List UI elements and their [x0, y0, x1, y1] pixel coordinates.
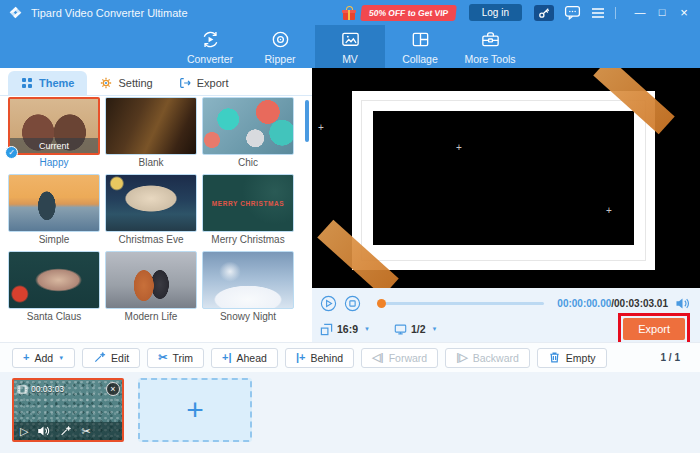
converter-icon — [200, 29, 221, 50]
theme-thumbnail: Current — [8, 97, 100, 155]
play-button[interactable] — [320, 295, 337, 312]
clip-edit-wand-icon[interactable] — [59, 425, 72, 437]
panel-tab-label: Theme — [39, 77, 74, 89]
clip-trim-scissors-icon[interactable]: ✂ — [81, 426, 90, 437]
add-clip-tile[interactable]: + — [138, 378, 252, 442]
panel-tab-label: Setting — [118, 77, 152, 89]
trim-button[interactable]: ✂Trim — [147, 348, 204, 368]
feedback-chat-icon[interactable] — [564, 5, 581, 20]
theme-item-santa-claus[interactable]: Santa Claus — [8, 251, 100, 323]
monitor-icon — [394, 323, 407, 336]
edit-button[interactable]: Edit — [82, 348, 140, 368]
theme-item-blank[interactable]: Blank — [105, 97, 197, 169]
theme-item-modern-life[interactable]: Modern Life — [105, 251, 197, 323]
chevron-down-icon: ▼ — [364, 326, 370, 332]
panel-tab-theme[interactable]: Theme — [8, 71, 87, 95]
panel-tabs: ThemeSettingExport — [0, 68, 312, 96]
theme-thumbnail — [8, 174, 100, 232]
backward-button: |▷Backward — [445, 348, 530, 368]
button-label: Behind — [310, 352, 343, 364]
theme-thumbnail — [105, 97, 197, 155]
sparkle-icon: + — [318, 123, 324, 133]
sparkle-icon: + — [456, 143, 462, 153]
timeline-clips: 00:03:03 × ▷ ✂ + — [0, 372, 700, 453]
plus-icon: + — [186, 395, 204, 425]
theme-item-snowy-night[interactable]: Snowy Night — [202, 251, 294, 323]
player-controls: 00:00:00.00/00:03:03.01 16:9 ▼ 1/2 ▼ Exp… — [312, 288, 700, 342]
theme-thumbnail — [105, 251, 197, 309]
timeline-page-indicator: 1 / 1 — [661, 352, 680, 363]
wand-icon — [93, 351, 106, 364]
progress-handle[interactable] — [377, 299, 386, 308]
stop-button[interactable] — [344, 295, 361, 312]
app-window: Tipard Video Converter Ultimate 50% OFF … — [0, 0, 700, 453]
chevron-down-icon: ▼ — [58, 355, 64, 361]
tab-more-tools[interactable]: More Tools — [455, 25, 525, 68]
button-label: Empty — [566, 352, 596, 364]
remove-clip-icon[interactable]: × — [106, 382, 120, 396]
promo-badge[interactable]: 50% OFF to Get VIP — [361, 5, 458, 21]
backward-button-glyph-icon: |▷ — [456, 352, 468, 363]
tab-ripper[interactable]: Ripper — [245, 25, 315, 68]
theme-name: Happy — [8, 156, 100, 169]
time-current: 00:00:00.00 — [557, 298, 611, 309]
more-tools-icon — [480, 29, 501, 50]
ahead-button[interactable]: +|Ahead — [211, 348, 278, 368]
gift-icon[interactable] — [342, 6, 356, 20]
menu-icon[interactable] — [591, 7, 605, 19]
trash-icon — [548, 351, 561, 364]
button-label: Backward — [473, 352, 519, 364]
app-logo-icon — [8, 5, 23, 20]
theme-name: Chic — [202, 156, 294, 169]
scrollbar-thumb[interactable] — [305, 100, 309, 142]
theme-name: Blank — [105, 156, 197, 169]
tab-converter[interactable]: Converter — [175, 25, 245, 68]
theme-item-simple[interactable]: Simple — [8, 174, 100, 246]
close-button[interactable]: × — [676, 0, 692, 25]
chevron-down-icon: ▼ — [432, 326, 438, 332]
aspect-ratio-select[interactable]: 16:9 ▼ — [320, 323, 370, 336]
behind-button[interactable]: |+Behind — [285, 348, 354, 368]
clip-thumbnail[interactable]: 00:03:03 × ▷ ✂ — [12, 378, 124, 442]
theme-item-christmas-eve[interactable]: Christmas Eve — [105, 174, 197, 246]
screen-page-value: 1/2 — [411, 323, 426, 335]
sparkle-icon: + — [606, 206, 612, 216]
tab-mv[interactable]: MV — [315, 25, 385, 68]
ahead-button-glyph-icon: +| — [222, 352, 232, 363]
forward-button: ◁|Forward — [361, 348, 438, 368]
screen-page-select[interactable]: 1/2 ▼ — [394, 323, 438, 336]
login-button[interactable]: Log in — [469, 4, 522, 21]
panel-tab-setting[interactable]: Setting — [87, 71, 165, 95]
add-button[interactable]: +Add▼ — [12, 348, 75, 368]
theme-item-merry-christmas[interactable]: MERRY CHRISTMASMerry Christmas — [202, 174, 294, 246]
export-button[interactable]: Export — [623, 318, 685, 340]
button-label: Edit — [111, 352, 129, 364]
export-icon — [179, 77, 191, 89]
register-key-icon[interactable] — [534, 5, 554, 21]
theme-thumbnail — [202, 251, 294, 309]
theme-name: Merry Christmas — [202, 233, 294, 246]
theme-name: Christmas Eve — [105, 233, 197, 246]
progress-bar[interactable] — [378, 302, 544, 305]
button-label: Add — [34, 352, 53, 364]
add-button-glyph-icon: + — [23, 352, 29, 363]
ripper-icon — [270, 29, 291, 50]
minimize-button[interactable]: — — [632, 0, 648, 25]
theme-item-chic[interactable]: Chic — [202, 97, 294, 169]
theme-thumbnail: MERRY CHRISTMAS — [202, 174, 294, 232]
forward-button-glyph-icon: ◁| — [372, 352, 384, 363]
thumbnail-text: MERRY CHRISTMAS — [203, 175, 293, 231]
time-display: 00:00:00.00/00:03:03.01 — [557, 298, 668, 309]
clip-play-icon[interactable]: ▷ — [20, 426, 28, 437]
maximize-button[interactable]: □ — [654, 0, 670, 25]
gear-icon — [100, 77, 112, 89]
tab-collage[interactable]: Collage — [385, 25, 455, 68]
theme-grid: Current✓HappyBlankChicSimpleChristmas Ev… — [8, 97, 294, 323]
theme-panel: ThemeSettingExport Current✓HappyBlankChi… — [0, 68, 312, 342]
button-label: Forward — [389, 352, 428, 364]
clip-volume-icon[interactable] — [37, 425, 50, 437]
empty-button[interactable]: Empty — [537, 348, 607, 368]
theme-item-happy[interactable]: Current✓Happy — [8, 97, 100, 169]
volume-icon[interactable] — [675, 297, 690, 310]
panel-tab-export[interactable]: Export — [166, 71, 242, 95]
